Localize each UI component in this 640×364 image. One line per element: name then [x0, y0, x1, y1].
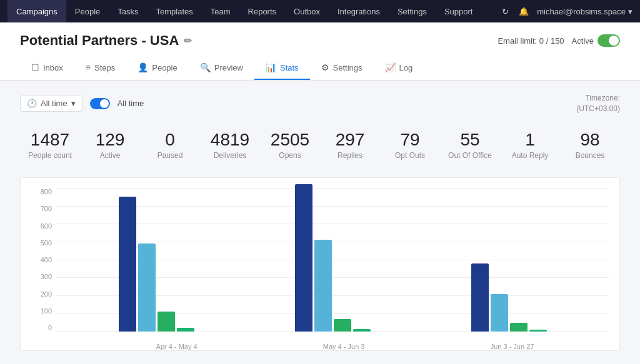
nav-campaigns[interactable]: Campaigns	[8, 0, 66, 22]
active-label: Active	[572, 36, 594, 46]
page-title: Potential Partners - USA ✏	[20, 32, 192, 49]
chart-container: 800 700 600 500 400 300 200 100 0	[20, 177, 620, 351]
tab-people[interactable]: 👤 People	[126, 56, 188, 80]
bar-group-1-bar-2	[334, 319, 351, 332]
tab-inbox[interactable]: ☐ Inbox	[20, 56, 74, 80]
tab-steps[interactable]: ≡ Steps	[74, 56, 126, 80]
tab-bar: ☐ Inbox ≡ Steps 👤 People 🔍 Preview 📊 Sta…	[20, 56, 620, 80]
preview-icon: 🔍	[200, 62, 211, 72]
time-dropdown[interactable]: 🕐 All time ▾	[20, 95, 82, 112]
bar-group-0-bar-0	[119, 197, 136, 332]
nav-items: Campaigns People Tasks Templates Team Re…	[8, 0, 499, 22]
chart-area: 800 700 600 500 400 300 200 100 0	[31, 188, 609, 350]
stat-people-count: 1487 People count	[20, 129, 80, 160]
people-icon: 👤	[138, 62, 148, 72]
clock-icon: 🕐	[27, 99, 37, 108]
email-limit: Email limit: 0 / 150	[498, 36, 564, 46]
log-icon: 📈	[385, 62, 396, 72]
stat-active: 129 Active	[80, 129, 140, 160]
nav-right: ↻ 🔔 michael@robsims.space ▾	[499, 6, 632, 17]
x-labels: Apr 4 - May 4May 4 - Jun 3Jun 3 - Jun 27	[81, 343, 609, 350]
all-time-label: All time	[118, 99, 144, 108]
stat-opt-outs: 79 Opt Outs	[380, 129, 440, 160]
bar-group-2-bar-2	[510, 323, 528, 332]
page-header: Potential Partners - USA ✏ Email limit: …	[0, 22, 640, 81]
bar-group-2	[471, 263, 547, 332]
bar-group-1	[295, 184, 371, 332]
x-label-0: Apr 4 - May 4	[156, 343, 198, 350]
bar-group-1-bar-1	[314, 240, 332, 332]
stat-out-of-office: 55 Out Of Office	[440, 129, 500, 160]
bars-wrapper	[56, 188, 609, 332]
stat-opens: 2505 Opens	[260, 129, 320, 160]
main-content: 🕐 All time ▾ All time Timezone: (UTC+03:…	[0, 81, 640, 363]
tab-settings[interactable]: ⚙ Settings	[310, 56, 374, 80]
steps-icon: ≡	[86, 62, 91, 72]
chart-body: Apr 4 - May 4May 4 - Jun 3Jun 3 - Jun 27	[56, 188, 609, 350]
filter-left: 🕐 All time ▾ All time	[20, 95, 144, 112]
nav-reports[interactable]: Reports	[239, 0, 286, 22]
user-menu[interactable]: michael@robsims.space ▾	[537, 7, 632, 16]
bar-group-2-bar-1	[491, 294, 508, 332]
bar-group-0-bar-2	[158, 312, 175, 332]
bar-group-0	[119, 197, 194, 332]
x-label-2: Jun 3 - Jun 27	[491, 343, 534, 350]
bar-group-2-bar-3	[529, 330, 547, 332]
edit-icon[interactable]: ✏	[184, 35, 192, 47]
bell-icon[interactable]: 🔔	[518, 6, 529, 17]
tab-log[interactable]: 📈 Log	[374, 56, 424, 80]
top-navigation: Campaigns People Tasks Templates Team Re…	[0, 0, 640, 22]
settings-icon: ⚙	[321, 62, 329, 72]
bar-group-0-bar-3	[177, 328, 194, 332]
stats-row: 1487 People count 129 Active 0 Paused 48…	[20, 129, 620, 160]
stat-auto-reply: 1 Auto Reply	[500, 129, 560, 160]
stat-deliveries: 4819 Deliveries	[200, 129, 260, 160]
stat-replies: 297 Replies	[320, 129, 380, 160]
bar-group-2-bar-0	[471, 263, 489, 332]
stats-icon: 📊	[266, 62, 276, 72]
chevron-down-icon: ▾	[628, 7, 632, 16]
nav-support[interactable]: Support	[436, 0, 482, 22]
nav-integrations[interactable]: Integrations	[329, 0, 389, 22]
x-label-1: May 4 - Jun 3	[323, 343, 365, 350]
tab-stats[interactable]: 📊 Stats	[254, 56, 310, 80]
filter-row: 🕐 All time ▾ All time Timezone: (UTC+03:…	[20, 93, 620, 114]
nav-tasks[interactable]: Tasks	[109, 0, 147, 22]
title-row: Potential Partners - USA ✏ Email limit: …	[20, 32, 620, 49]
chevron-down-icon: ▾	[71, 99, 76, 108]
inbox-icon: ☐	[31, 62, 39, 72]
all-time-toggle[interactable]	[90, 98, 110, 109]
active-toggle[interactable]	[598, 34, 620, 47]
refresh-icon[interactable]: ↻	[499, 6, 511, 17]
tab-preview[interactable]: 🔍 Preview	[189, 56, 254, 80]
stat-bounces: 98 Bounces	[560, 129, 620, 160]
nav-outbox[interactable]: Outbox	[285, 0, 329, 22]
bar-group-1-bar-3	[353, 329, 371, 332]
nav-templates[interactable]: Templates	[147, 0, 201, 22]
nav-settings[interactable]: Settings	[389, 0, 436, 22]
timezone-info: Timezone: (UTC+03:00)	[576, 93, 620, 114]
stat-paused: 0 Paused	[140, 129, 200, 160]
header-right: Email limit: 0 / 150 Active	[498, 34, 620, 47]
bar-group-0-bar-1	[138, 243, 156, 332]
y-axis: 800 700 600 500 400 300 200 100 0	[31, 188, 56, 332]
bar-group-1-bar-0	[295, 184, 312, 332]
nav-team[interactable]: Team	[202, 0, 239, 22]
active-toggle-wrapper: Active	[572, 34, 620, 47]
nav-people[interactable]: People	[66, 0, 109, 22]
